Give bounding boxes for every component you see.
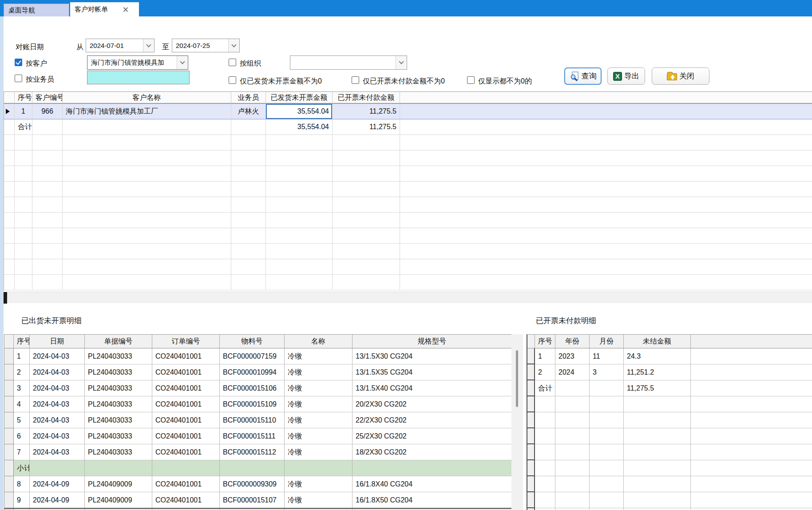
grid-cell[interactable]: 冷镦 (285, 348, 353, 364)
scrollbar-thumb[interactable] (4, 292, 7, 304)
row-header[interactable] (4, 228, 15, 244)
row-header[interactable] (4, 476, 14, 492)
grid-cell[interactable]: CO240401001 (152, 348, 220, 364)
tab-customer-statement[interactable]: 客户对帐单 (70, 2, 139, 16)
row-header[interactable] (527, 364, 535, 380)
grid-cell[interactable]: 9 (14, 492, 30, 508)
grid-cell[interactable]: 11,275.5 (333, 103, 400, 119)
grid-cell[interactable] (555, 380, 590, 396)
grid-cell[interactable]: PL240403033 (85, 380, 152, 396)
grid-cell[interactable]: 2024-04-03 (30, 444, 85, 460)
salesman-input[interactable] (87, 71, 190, 84)
grid-cell[interactable]: 2 (14, 364, 30, 380)
chevron-down-icon[interactable] (228, 39, 239, 52)
grid-cell[interactable]: 8 (14, 476, 30, 492)
grid-cell[interactable]: 海门市海门镇管姚模具加工厂 (63, 103, 231, 119)
row-header[interactable] (4, 428, 14, 444)
grid-cell[interactable]: PL240403033 (85, 444, 152, 460)
row-header[interactable] (527, 444, 535, 460)
grid-cell[interactable]: 3 (14, 380, 30, 396)
grid-cell[interactable]: BCF0000015107 (220, 492, 285, 508)
grid-cell[interactable]: 2024-04-03 (30, 428, 85, 444)
row-header[interactable] (4, 166, 15, 182)
grid-cell[interactable]: BCF0000009309 (220, 476, 285, 492)
grid-cell[interactable]: BCF0000015111 (220, 428, 285, 444)
grid-cell[interactable]: CO240401001 (152, 492, 220, 508)
grid-cell[interactable]: 2023 (555, 348, 590, 364)
tab-desktop-navigation[interactable]: 桌面导航 (4, 4, 69, 16)
grid-cell[interactable]: PL240403033 (85, 348, 152, 364)
date-to-select[interactable]: 2024-07-25 (172, 39, 240, 52)
grid-cell[interactable] (85, 460, 152, 476)
grid-cell[interactable]: 18/2X30 CG202 (353, 444, 511, 460)
grid-cell[interactable]: 7 (14, 444, 30, 460)
grid-cell[interactable]: CO240401001 (152, 412, 220, 428)
grid-cell[interactable]: 11,251.2 (624, 364, 691, 380)
row-header[interactable] (4, 259, 15, 275)
grid-cell[interactable]: PL240409009 (85, 492, 152, 508)
row-header[interactable] (4, 197, 15, 213)
grid-cell[interactable]: 13/1.5X35 CG204 (353, 364, 511, 380)
row-header[interactable] (4, 213, 15, 228)
only-invoiced-nonzero-checkbox[interactable] (352, 76, 359, 84)
row-header[interactable] (527, 460, 535, 476)
export-button[interactable]: X 导出 (607, 67, 645, 85)
row-header[interactable] (527, 428, 535, 444)
grid-cell[interactable]: PL240403033 (85, 364, 152, 380)
row-header[interactable] (4, 444, 14, 460)
grid-cell[interactable]: 合计 (535, 380, 555, 396)
grid-cell[interactable] (152, 460, 220, 476)
grid-cell[interactable]: 16/1.8X50 CG204 (353, 492, 511, 508)
by-customer-checkbox[interactable] (15, 59, 22, 66)
grid-cell[interactable]: CO240401001 (152, 428, 220, 444)
grid-cell[interactable]: 24.3 (624, 348, 691, 364)
row-header[interactable] (527, 476, 535, 492)
grid-cell[interactable] (285, 460, 353, 476)
grid-cell[interactable]: 小计 (14, 460, 30, 476)
grid-cell[interactable]: CO240401001 (152, 444, 220, 460)
grid-cell[interactable]: BCF0000015110 (220, 412, 285, 428)
chevron-down-icon[interactable] (396, 56, 407, 69)
close-tab-icon[interactable] (123, 7, 128, 12)
row-header[interactable] (527, 492, 535, 508)
grid-cell[interactable]: 22/2X30 CG202 (353, 412, 511, 428)
org-select[interactable] (290, 55, 407, 70)
close-button[interactable]: 关闭 (652, 67, 709, 85)
grid-cell[interactable] (30, 460, 85, 476)
grid-cell[interactable] (220, 460, 285, 476)
row-header[interactable] (4, 119, 15, 135)
customer-select[interactable]: 海门市海门镇管姚模具加 (87, 55, 188, 70)
grid-cell[interactable]: 2 (535, 364, 555, 380)
by-org-checkbox[interactable] (229, 59, 236, 66)
grid-cell[interactable]: 卢林火 (231, 103, 266, 119)
grid-cell[interactable]: 2024 (555, 364, 590, 380)
grid-cell[interactable]: PL240403033 (85, 412, 152, 428)
grid-cell[interactable]: 3 (590, 364, 624, 380)
by-salesman-checkbox[interactable] (15, 75, 22, 82)
grid-cell[interactable]: 冷镦 (285, 380, 353, 396)
grid-cell[interactable]: PL240403033 (85, 428, 152, 444)
row-header[interactable] (4, 380, 14, 396)
grid-cell[interactable]: 1 (14, 348, 30, 364)
grid-cell[interactable]: 20/2X30 CG202 (353, 396, 511, 412)
row-header[interactable] (527, 412, 535, 428)
only-both-nonzero-checkbox[interactable] (467, 76, 475, 84)
scrollbar-thumb[interactable] (516, 350, 518, 407)
grid-cell[interactable]: BCF0000010994 (220, 364, 285, 380)
grid-cell[interactable] (63, 119, 231, 135)
grid-cell[interactable]: 1 (535, 348, 555, 364)
grid-cell[interactable]: CO240401001 (152, 380, 220, 396)
grid-cell[interactable]: 35,554.04 (266, 119, 333, 135)
row-header[interactable] (4, 492, 14, 508)
grid-cell[interactable]: CO240401001 (152, 364, 220, 380)
grid-cell[interactable]: 13/1.5X30 CG204 (353, 348, 511, 364)
grid-cell[interactable]: 11,275.5 (333, 119, 400, 135)
grid-cell[interactable]: BCF0000015109 (220, 396, 285, 412)
row-header[interactable] (4, 150, 15, 166)
row-header[interactable] (527, 380, 535, 396)
grid-cell[interactable]: 冷镦 (285, 492, 353, 508)
grid-cell[interactable]: 冷镦 (285, 412, 353, 428)
row-header[interactable] (527, 348, 535, 364)
grid-cell[interactable]: CO240401001 (152, 396, 220, 412)
grid-cell[interactable]: 冷镦 (285, 396, 353, 412)
